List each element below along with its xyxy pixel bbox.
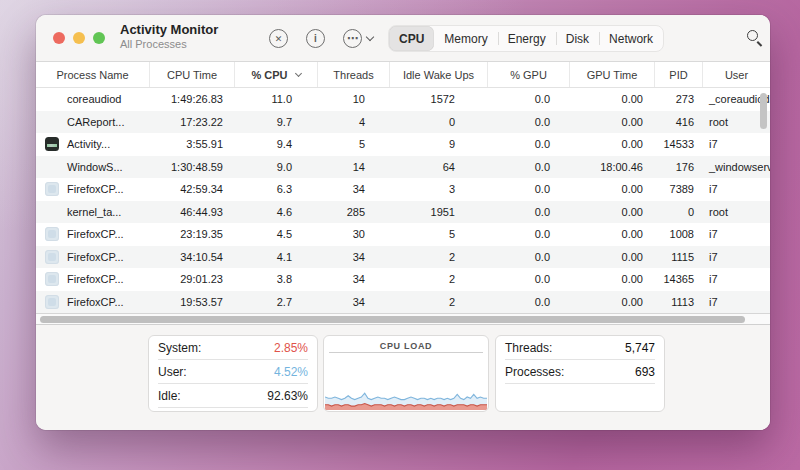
cell-cpu-time: 1:49:26.83 bbox=[150, 88, 235, 111]
zoom-window-button[interactable] bbox=[93, 32, 105, 44]
cell-gpu-time: 0.00 bbox=[570, 133, 655, 156]
search-button[interactable] bbox=[745, 28, 767, 50]
cell-gpu: 0.0 bbox=[488, 111, 570, 134]
cell-gpu: 0.0 bbox=[488, 133, 570, 156]
table-header: Process Name CPU Time % CPU Threads Idle… bbox=[36, 62, 770, 88]
cpu-percentages-box: System: 2.85% User: 4.52% Idle: 92.63% bbox=[148, 335, 318, 412]
cell-cpu-time: 42:59.34 bbox=[150, 178, 235, 201]
process-name: Activity... bbox=[67, 138, 110, 150]
cell-user: root bbox=[703, 201, 770, 224]
system-label: System: bbox=[158, 341, 201, 355]
cell-gpu: 0.0 bbox=[488, 88, 570, 111]
titlebar: Activity Monitor All Processes ✕ i ⋯ CPU… bbox=[36, 15, 770, 62]
idle-label: Idle: bbox=[158, 389, 181, 403]
table-row[interactable]: FirefoxCP...42:59.346.33430.00.007389i7 bbox=[36, 178, 770, 201]
threads-label: Threads: bbox=[505, 341, 552, 355]
column-header-percent-gpu[interactable]: % GPU bbox=[488, 62, 570, 87]
cell-cpu-time: 23:19.35 bbox=[150, 223, 235, 246]
table-row[interactable]: Activity...3:55.919.4590.00.0014533i7 bbox=[36, 133, 770, 156]
cell-threads: 10 bbox=[318, 88, 390, 111]
activity-monitor-icon bbox=[45, 137, 59, 151]
cell-threads: 5 bbox=[318, 133, 390, 156]
cell-pid: 1115 bbox=[655, 246, 703, 269]
cell-cpu-time: 46:44.93 bbox=[150, 201, 235, 224]
cell-process-name: FirefoxCP... bbox=[36, 223, 150, 246]
process-icon-placeholder bbox=[45, 160, 59, 174]
horizontal-scrollbar-thumb[interactable] bbox=[40, 316, 745, 323]
segment-energy[interactable]: Energy bbox=[498, 26, 556, 51]
segment-cpu[interactable]: CPU bbox=[389, 26, 434, 51]
cell-gpu-time: 0.00 bbox=[570, 111, 655, 134]
column-header-idle-wake-ups[interactable]: Idle Wake Ups bbox=[390, 62, 488, 87]
cell-gpu: 0.0 bbox=[488, 291, 570, 314]
table-row[interactable]: WindowS...1:30:48.599.014640.018:00.4617… bbox=[36, 156, 770, 179]
table-row[interactable]: FirefoxCP...29:01.233.83420.00.0014365i7 bbox=[36, 268, 770, 291]
close-window-button[interactable] bbox=[53, 32, 65, 44]
cell-idle-wake-ups: 0 bbox=[390, 111, 488, 134]
minimize-window-button[interactable] bbox=[73, 32, 85, 44]
column-header-process-name[interactable]: Process Name bbox=[36, 62, 150, 87]
firefox-placeholder-icon bbox=[45, 250, 59, 264]
process-icon-placeholder bbox=[45, 92, 59, 106]
process-name: WindowS... bbox=[67, 161, 123, 173]
segment-network[interactable]: Network bbox=[599, 26, 663, 51]
cell-gpu: 0.0 bbox=[488, 246, 570, 269]
inspect-process-button[interactable]: i bbox=[306, 29, 325, 48]
process-name: FirefoxCP... bbox=[67, 228, 124, 240]
cell-cpu: 2.7 bbox=[235, 291, 318, 314]
table-row[interactable]: CAReport...17:23.229.7400.00.00416root bbox=[36, 111, 770, 134]
column-header-user[interactable]: User bbox=[703, 62, 770, 87]
column-header-cpu-time[interactable]: CPU Time bbox=[150, 62, 235, 87]
counts-box: Threads: 5,747 Processes: 693 bbox=[495, 335, 665, 412]
table-row[interactable]: FirefoxCP...23:19.354.53050.00.001008i7 bbox=[36, 223, 770, 246]
cell-user: i7 bbox=[703, 246, 770, 269]
cell-cpu: 4.1 bbox=[235, 246, 318, 269]
cell-gpu: 0.0 bbox=[488, 223, 570, 246]
cell-process-name: kernel_ta... bbox=[36, 201, 150, 224]
cell-cpu-time: 1:30:48.59 bbox=[150, 156, 235, 179]
cell-user: i7 bbox=[703, 291, 770, 314]
horizontal-scrollbar-track[interactable] bbox=[36, 313, 770, 325]
segment-memory[interactable]: Memory bbox=[434, 26, 497, 51]
process-name: FirefoxCP... bbox=[67, 296, 124, 308]
cell-pid: 1113 bbox=[655, 291, 703, 314]
process-name: FirefoxCP... bbox=[67, 273, 124, 285]
table-row[interactable]: coreaudiod1:49:26.8311.01015720.00.00273… bbox=[36, 88, 770, 111]
activity-monitor-window: Activity Monitor All Processes ✕ i ⋯ CPU… bbox=[36, 15, 770, 430]
segment-disk[interactable]: Disk bbox=[556, 26, 599, 51]
process-name: CAReport... bbox=[67, 116, 124, 128]
cell-user: i7 bbox=[703, 178, 770, 201]
table-row[interactable]: FirefoxCP...19:53.572.73420.00.001113i7 bbox=[36, 291, 770, 314]
system-stat-row: System: 2.85% bbox=[158, 336, 308, 360]
cell-threads: 34 bbox=[318, 268, 390, 291]
cell-threads: 30 bbox=[318, 223, 390, 246]
cpu-load-title: CPU LOAD bbox=[329, 336, 483, 353]
idle-value: 92.63% bbox=[267, 389, 308, 403]
vertical-scrollbar-thumb[interactable] bbox=[760, 93, 767, 129]
cell-process-name: WindowS... bbox=[36, 156, 150, 179]
cell-process-name: FirefoxCP... bbox=[36, 246, 150, 269]
table-row[interactable]: FirefoxCP...34:10.544.13420.00.001115i7 bbox=[36, 246, 770, 269]
chevron-down-icon[interactable] bbox=[366, 33, 374, 41]
table-row[interactable]: kernel_ta...46:44.934.628519510.00.000ro… bbox=[36, 201, 770, 224]
firefox-placeholder-icon bbox=[45, 272, 59, 286]
process-name: kernel_ta... bbox=[67, 206, 121, 218]
cell-process-name: FirefoxCP... bbox=[36, 268, 150, 291]
cell-idle-wake-ups: 2 bbox=[390, 268, 488, 291]
cell-idle-wake-ups: 5 bbox=[390, 223, 488, 246]
user-stat-row: User: 4.52% bbox=[158, 360, 308, 384]
cell-cpu: 4.5 bbox=[235, 223, 318, 246]
quit-process-button[interactable]: ✕ bbox=[269, 29, 288, 48]
cell-idle-wake-ups: 3 bbox=[390, 178, 488, 201]
cell-threads: 34 bbox=[318, 246, 390, 269]
column-header-pid[interactable]: PID bbox=[655, 62, 703, 87]
view-segmented-control: CPU Memory Energy Disk Network bbox=[388, 25, 664, 52]
column-header-gpu-time[interactable]: GPU Time bbox=[570, 62, 655, 87]
column-header-threads[interactable]: Threads bbox=[318, 62, 390, 87]
more-options-button[interactable]: ⋯ bbox=[343, 29, 362, 48]
column-header-percent-cpu[interactable]: % CPU bbox=[235, 62, 318, 87]
processes-stat-row: Processes: 693 bbox=[505, 360, 655, 384]
processes-label: Processes: bbox=[505, 365, 564, 379]
cell-cpu-time: 17:23.22 bbox=[150, 111, 235, 134]
info-icon: i bbox=[314, 33, 317, 44]
